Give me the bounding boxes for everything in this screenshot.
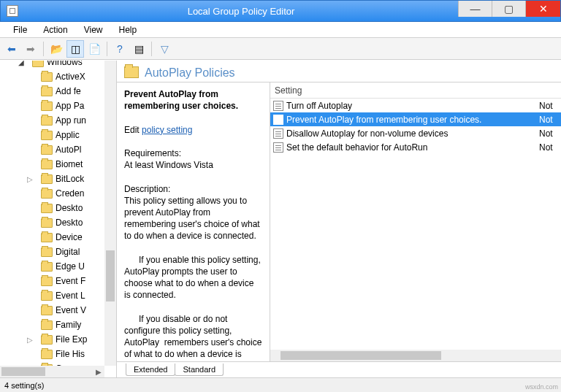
tree-item-label: App Pa bbox=[56, 101, 84, 111]
folder-icon bbox=[41, 131, 53, 140]
collapse-icon[interactable]: ◢ bbox=[18, 61, 25, 66]
edit-policy-link[interactable]: policy setting bbox=[142, 125, 192, 135]
tab-standard[interactable]: Standard bbox=[175, 364, 224, 376]
policy-icon bbox=[273, 142, 283, 153]
expand-icon[interactable]: ▷ bbox=[26, 336, 34, 344]
menu-view[interactable]: View bbox=[77, 23, 110, 36]
tree-item-label: Event F bbox=[56, 276, 85, 286]
folder-icon bbox=[41, 233, 53, 242]
tree-item[interactable]: Biomet bbox=[3, 157, 104, 172]
close-button[interactable]: ✕ bbox=[525, 1, 560, 17]
tree-item[interactable]: File His bbox=[3, 347, 104, 361]
tree-item-label: Applic bbox=[56, 130, 80, 140]
forward-button[interactable]: ➡ bbox=[22, 40, 39, 58]
menu-action[interactable]: Action bbox=[36, 23, 75, 36]
tree-item[interactable]: Applic bbox=[3, 128, 104, 142]
filter-button[interactable]: ▽ bbox=[156, 40, 173, 58]
tree-item[interactable]: Edge U bbox=[3, 259, 104, 274]
setting-state: Not bbox=[539, 128, 561, 139]
tree-item[interactable]: ActiveX bbox=[3, 69, 104, 84]
tree-item-label: Event L bbox=[56, 291, 85, 301]
menu-help[interactable]: Help bbox=[112, 23, 145, 36]
description-p1: This policy setting allows you to preven… bbox=[124, 196, 260, 242]
maximize-button[interactable]: ▢ bbox=[492, 1, 525, 17]
list-horizontal-scrollbar[interactable] bbox=[270, 350, 561, 361]
folder-icon bbox=[41, 174, 53, 184]
setting-row[interactable]: Disallow Autoplay for non-volume devices… bbox=[270, 126, 561, 140]
tree-item-label: Digital bbox=[56, 247, 80, 257]
tree-item[interactable]: Family bbox=[3, 318, 104, 332]
setting-state: Not bbox=[539, 115, 561, 125]
requirements-value: At least Windows Vista bbox=[124, 160, 213, 170]
panel-header: AutoPlay Policies bbox=[117, 61, 561, 82]
tree-item[interactable]: ▷File Exp bbox=[3, 332, 104, 347]
tree-item[interactable]: Deskto bbox=[3, 201, 104, 215]
setting-row[interactable]: Turn off AutoplayNot bbox=[270, 99, 561, 112]
list-header[interactable]: Setting bbox=[270, 82, 561, 99]
tree-item[interactable]: Event V bbox=[3, 303, 104, 318]
export-button[interactable]: 📄 bbox=[85, 40, 103, 58]
folder-icon bbox=[41, 247, 53, 257]
window-buttons: — ▢ ✕ bbox=[458, 1, 560, 21]
tab-extended[interactable]: Extended bbox=[126, 364, 175, 376]
tree-item[interactable]: App run bbox=[3, 113, 104, 128]
help-button[interactable]: ? bbox=[111, 40, 129, 58]
panel-body: Prevent AutoPlay from remembering user c… bbox=[117, 82, 561, 361]
tree-panel: ◢WindowsActiveXAdd feApp PaApp runApplic… bbox=[0, 61, 117, 377]
tree-item[interactable]: Digital bbox=[3, 245, 104, 259]
expand-icon[interactable]: ▷ bbox=[26, 175, 34, 183]
tree-item[interactable]: App Pa bbox=[3, 99, 104, 113]
tree-item-label: Biomet bbox=[56, 159, 83, 169]
tree-item-label: App run bbox=[56, 115, 86, 126]
tree-item-label: Deskto bbox=[56, 218, 83, 228]
statusbar: 4 setting(s) bbox=[0, 377, 561, 392]
titlebar[interactable]: Local Group Policy Editor — ▢ ✕ bbox=[0, 0, 561, 22]
tree-item-label: Device bbox=[56, 232, 83, 242]
tree-item[interactable]: AutoPl bbox=[3, 142, 104, 157]
minimize-button[interactable]: — bbox=[458, 1, 492, 17]
tree-item-label: Deskto bbox=[56, 203, 83, 213]
tree-item[interactable]: ◢Windows bbox=[3, 61, 104, 69]
show-hide-tree-button[interactable]: ◫ bbox=[66, 40, 84, 58]
tree-item[interactable]: Add fe bbox=[3, 84, 104, 99]
tree-item-label: File His bbox=[56, 349, 85, 359]
setting-row[interactable]: Set the default behavior for AutoRunNot bbox=[270, 140, 561, 154]
tree-vertical-scrollbar[interactable] bbox=[104, 61, 116, 366]
tree-item[interactable]: Deskto bbox=[3, 215, 104, 230]
selected-policy-title: Prevent AutoPlay from remembering user c… bbox=[124, 89, 238, 111]
tree-item[interactable]: Creden bbox=[3, 186, 104, 201]
menu-file[interactable]: File bbox=[6, 23, 34, 36]
tree-item[interactable]: Device bbox=[3, 230, 104, 245]
folder-icon bbox=[41, 218, 53, 228]
content-area: ◢WindowsActiveXAdd feApp PaApp runApplic… bbox=[0, 60, 561, 377]
back-button[interactable]: ⬅ bbox=[3, 40, 20, 58]
tree-item[interactable]: ▷BitLock bbox=[3, 172, 104, 186]
view-tabs: Extended Standard bbox=[117, 361, 561, 377]
properties-button[interactable]: ▤ bbox=[130, 40, 148, 58]
tree-item[interactable]: Event L bbox=[3, 288, 104, 303]
tree-item-label: AutoPl bbox=[56, 145, 81, 155]
scroll-right-icon[interactable]: ▶ bbox=[93, 368, 104, 376]
policy-icon bbox=[273, 101, 283, 111]
up-button[interactable]: 📂 bbox=[47, 40, 65, 58]
folder-icon bbox=[41, 320, 53, 330]
tree-item[interactable]: Event F bbox=[3, 274, 104, 288]
setting-label: Set the default behavior for AutoRun bbox=[286, 142, 539, 153]
scrollbar-thumb[interactable] bbox=[106, 250, 115, 301]
folder-icon bbox=[41, 306, 53, 315]
tree-horizontal-scrollbar[interactable]: ◀ ▶ bbox=[0, 366, 104, 377]
app-icon bbox=[7, 5, 18, 17]
status-text: 4 setting(s) bbox=[4, 381, 44, 390]
scrollbar-thumb[interactable] bbox=[280, 351, 441, 360]
folder-icon bbox=[41, 87, 53, 96]
folder-icon bbox=[32, 61, 44, 67]
column-setting[interactable]: Setting bbox=[275, 85, 561, 96]
policy-icon bbox=[273, 115, 283, 125]
separator bbox=[43, 42, 44, 56]
folder-icon bbox=[41, 291, 53, 301]
setting-label: Turn off Autoplay bbox=[286, 101, 539, 111]
settings-list: Setting Turn off AutoplayNotPrevent Auto… bbox=[270, 82, 561, 361]
scrollbar-thumb[interactable] bbox=[1, 367, 45, 376]
folder-icon bbox=[41, 262, 53, 272]
setting-row[interactable]: Prevent AutoPlay from remembering user c… bbox=[270, 112, 561, 126]
